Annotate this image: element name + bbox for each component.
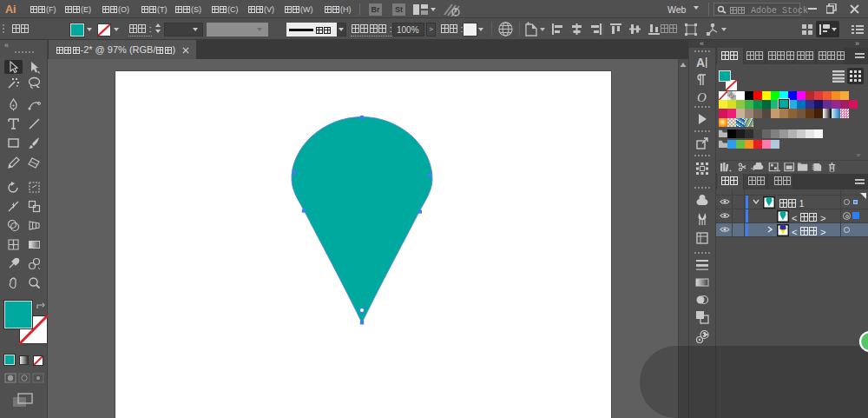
svg-text:A: A xyxy=(696,56,705,70)
svg-text:O: O xyxy=(697,90,707,103)
